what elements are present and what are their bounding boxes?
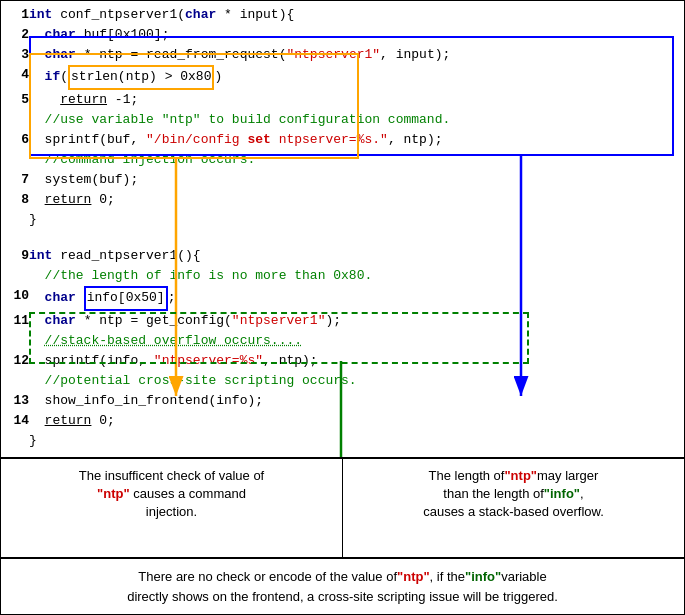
code-content: return 0; — [29, 190, 678, 210]
table-row: //command injection occurs. — [7, 150, 678, 170]
table-row: 14 return 0; — [7, 411, 678, 431]
bottom-right-text4: , — [580, 486, 584, 501]
table-row: //use variable "ntp" to build configurat… — [7, 110, 678, 130]
bottom-right-box: The length of"ntp"may larger than the le… — [343, 459, 684, 557]
bottom-left-box: The insufficent check of value of "ntp" … — [1, 459, 343, 557]
code-content: sprintf(buf, "/bin/config set ntpserver=… — [29, 130, 678, 150]
table-row: 2 char buf[0x100]; — [7, 25, 678, 45]
footer-text1: There are no check or encode of the valu… — [138, 569, 397, 584]
line-num: 12 — [7, 351, 29, 371]
line-num — [7, 110, 29, 130]
table-row: //potential cross-site scripting occurs. — [7, 371, 678, 391]
table-row: 4 if(strlen(ntp) > 0x80) — [7, 65, 678, 89]
code-content: //potential cross-site scripting occurs. — [29, 371, 678, 391]
table-row: 9 int read_ntpserver1(){ — [7, 246, 678, 266]
table-row: 8 return 0; — [7, 190, 678, 210]
line-num — [7, 371, 29, 391]
table-row: 11 char * ntp = get_config("ntpserver1")… — [7, 311, 678, 331]
table-row: 1 int conf_ntpserver1(char * input){ — [7, 5, 678, 25]
line-num: 10 — [7, 286, 29, 310]
bottom-left-text3: injection. — [146, 504, 197, 519]
line-num: 5 — [7, 90, 29, 110]
code-content: char * ntp = get_config("ntpserver1"); — [29, 311, 678, 331]
line-num: 14 — [7, 411, 29, 431]
table-row: 3 char * ntp = read_from_request("ntpser… — [7, 45, 678, 65]
bottom-right-text2: may larger — [537, 468, 598, 483]
line-num — [7, 266, 29, 286]
code-content: system(buf); — [29, 170, 678, 190]
line-num: 8 — [7, 190, 29, 210]
code-content: //use variable "ntp" to build configurat… — [29, 110, 678, 130]
table-row: } — [7, 431, 678, 451]
code-content: return -1; — [29, 90, 678, 110]
footer-highlight2: "info" — [465, 569, 501, 584]
line-num: 6 — [7, 130, 29, 150]
line-num: 2 — [7, 25, 29, 45]
line-num: 1 — [7, 5, 29, 25]
main-container: 1 int conf_ntpserver1(char * input){ 2 c… — [0, 0, 685, 615]
table-row: //the length of info is no more than 0x8… — [7, 266, 678, 286]
code-content: return 0; — [29, 411, 678, 431]
line-num — [7, 431, 29, 451]
code-content: //stack-based overflow occurs.... — [29, 331, 678, 351]
line-num — [7, 231, 29, 247]
bottom-section: The insufficent check of value of "ntp" … — [1, 459, 684, 559]
code-content: //command injection occurs. — [29, 150, 678, 170]
bottom-right-text5: causes a stack-based overflow. — [423, 504, 604, 519]
bottom-right-text3: than the length of — [443, 486, 543, 501]
line-num: 13 — [7, 391, 29, 411]
code-content: int read_ntpserver1(){ — [29, 246, 678, 266]
table-row: 10 char info[0x50]; — [7, 286, 678, 310]
table-row: //stack-based overflow occurs.... — [7, 331, 678, 351]
table-row: 7 system(buf); — [7, 170, 678, 190]
code-content: //the length of info is no more than 0x8… — [29, 266, 678, 286]
code-content: } — [29, 431, 678, 451]
table-row: 6 sprintf(buf, "/bin/config set ntpserve… — [7, 130, 678, 150]
table-row: } — [7, 210, 678, 230]
bottom-left-highlight1: "ntp" — [97, 486, 130, 501]
table-row: 13 show_info_in_frontend(info); — [7, 391, 678, 411]
line-num — [7, 331, 29, 351]
line-num: 11 — [7, 311, 29, 331]
code-content — [29, 231, 678, 247]
code-content: char buf[0x100]; — [29, 25, 678, 45]
code-content: } — [29, 210, 678, 230]
line-num: 4 — [7, 65, 29, 89]
line-num: 7 — [7, 170, 29, 190]
table-row: 12 sprintf(info, "ntpserver=%s", ntp); — [7, 351, 678, 371]
code-content: char info[0x50]; — [29, 286, 678, 310]
bottom-left-text2: causes a command — [133, 486, 246, 501]
bottom-right-highlight2: "info" — [544, 486, 580, 501]
line-num: 9 — [7, 246, 29, 266]
code-content: int conf_ntpserver1(char * input){ — [29, 5, 678, 25]
code-content: char * ntp = read_from_request("ntpserve… — [29, 45, 678, 65]
table-row — [7, 231, 678, 247]
bottom-right-highlight1: "ntp" — [504, 468, 537, 483]
footer-section: There are no check or encode of the valu… — [1, 559, 684, 614]
footer-text3: variable — [501, 569, 547, 584]
footer-highlight1: "ntp" — [397, 569, 430, 584]
code-table: 1 int conf_ntpserver1(char * input){ 2 c… — [7, 5, 678, 452]
bottom-right-text1: The length of — [429, 468, 505, 483]
line-num — [7, 210, 29, 230]
code-content: sprintf(info, "ntpserver=%s", ntp); — [29, 351, 678, 371]
line-num — [7, 150, 29, 170]
code-section: 1 int conf_ntpserver1(char * input){ 2 c… — [1, 1, 684, 459]
code-content: if(strlen(ntp) > 0x80) — [29, 65, 678, 89]
footer-text4: directly shows on the frontend, a cross-… — [127, 589, 558, 604]
table-row: 5 return -1; — [7, 90, 678, 110]
line-num: 3 — [7, 45, 29, 65]
footer-text2: , if the — [430, 569, 465, 584]
code-content: show_info_in_frontend(info); — [29, 391, 678, 411]
bottom-left-text1: The insufficent check of value of — [79, 468, 264, 483]
